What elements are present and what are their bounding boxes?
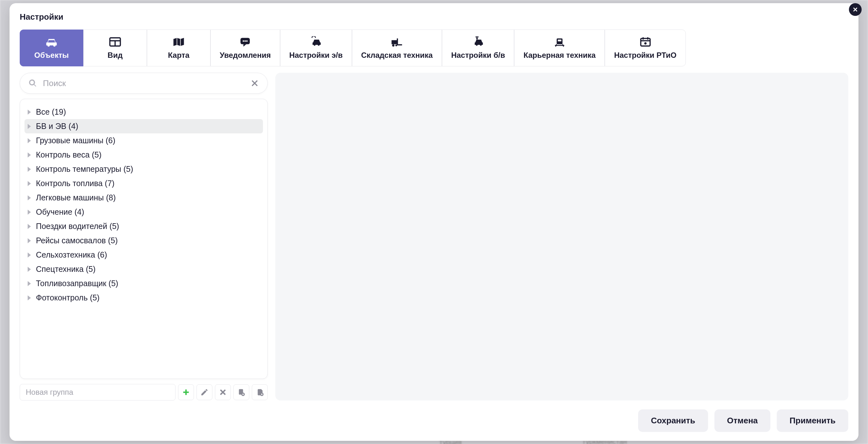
settings-modal: Настройки Объекты Вид Карта Уведомления <box>9 3 859 441</box>
svg-rect-24 <box>641 38 650 46</box>
tree-item-label: Фотоконтроль (5) <box>36 293 99 302</box>
svg-line-22 <box>555 44 557 46</box>
tree-item-label: Обучение (4) <box>36 207 84 216</box>
modal-footer: Сохранить Отмена Применить <box>20 409 848 432</box>
tab-view[interactable]: Вид <box>83 30 147 66</box>
tab-warehouse[interactable]: Складская техника <box>352 30 442 66</box>
tree-item[interactable]: Фотоконтроль (5) <box>25 291 263 305</box>
svg-rect-14 <box>397 38 398 45</box>
svg-point-16 <box>392 44 395 46</box>
group-toolbar <box>20 384 268 401</box>
tab-ev-settings[interactable]: Настройки э/в <box>280 30 352 66</box>
tree-item[interactable]: Легковые машины (8) <box>25 191 263 205</box>
tree-item-label: Рейсы самосвалов (5) <box>36 236 118 245</box>
close-button[interactable] <box>849 3 862 16</box>
tab-label: Складская техника <box>361 51 433 60</box>
clipboard-in-icon <box>237 388 245 396</box>
caret-right-icon <box>28 124 31 129</box>
caret-right-icon <box>28 224 31 229</box>
tree-item[interactable]: Контроль веса (5) <box>25 148 263 162</box>
tree-item-label: Грузовые машины (6) <box>36 136 116 145</box>
copy-in-button[interactable] <box>234 384 249 400</box>
svg-point-17 <box>396 44 397 46</box>
svg-rect-15 <box>398 44 402 45</box>
train-icon <box>553 36 566 48</box>
tree-item[interactable]: Рейсы самосвалов (5) <box>25 233 263 248</box>
tab-label: Карьерная техника <box>523 51 595 60</box>
tabs-bar: Объекты Вид Карта Уведомления Настройки … <box>20 30 848 66</box>
new-group-input[interactable] <box>20 384 176 401</box>
svg-point-28 <box>644 42 646 44</box>
close-icon <box>852 6 859 13</box>
tree-item[interactable]: Топливозаправщик (5) <box>25 276 263 291</box>
tree-item-label: Топливозаправщик (5) <box>36 279 118 288</box>
tab-map[interactable]: Карта <box>147 30 211 66</box>
search-field-wrap <box>20 73 268 94</box>
warning-car-icon <box>471 36 485 48</box>
cancel-button[interactable]: Отмена <box>714 409 771 432</box>
tab-rtio[interactable]: Настройки РТиО <box>605 30 685 66</box>
tree-item-label: Сельхозтехника (6) <box>36 250 107 260</box>
tree-item[interactable]: Контроль топлива (7) <box>25 176 263 191</box>
pencil-icon <box>200 388 209 396</box>
tab-label: Вид <box>107 51 122 60</box>
search-icon <box>28 79 37 88</box>
svg-line-23 <box>562 44 564 46</box>
tree-item[interactable]: Грузовые машины (6) <box>25 133 263 148</box>
ev-car-icon <box>309 36 323 48</box>
tab-objects[interactable]: Объекты <box>20 30 83 66</box>
caret-right-icon <box>28 252 31 258</box>
chat-icon <box>238 36 252 48</box>
x-icon <box>219 388 227 396</box>
caret-right-icon <box>28 238 31 243</box>
tab-label: Карта <box>168 51 189 60</box>
clear-icon[interactable] <box>250 79 259 88</box>
tree-item[interactable]: Обучение (4) <box>25 205 263 219</box>
svg-point-11 <box>245 40 246 42</box>
tree-item[interactable]: Контроль температуры (5) <box>25 162 263 176</box>
modal-body: Все (19) БВ и ЭВ (4) Грузовые машины (6)… <box>20 73 848 401</box>
tree-item-label: Легковые машины (8) <box>36 193 116 202</box>
tab-bv-settings[interactable]: Настройки б/в <box>442 30 515 66</box>
tree-item[interactable]: Сельхозтехника (6) <box>25 248 263 262</box>
forklift-icon <box>390 36 404 48</box>
caret-right-icon <box>28 181 31 186</box>
svg-point-10 <box>243 40 245 42</box>
svg-point-3 <box>54 44 55 46</box>
tab-quarry[interactable]: Карьерная техника <box>514 30 605 66</box>
content-area <box>275 73 848 401</box>
caret-right-icon <box>28 110 31 115</box>
add-group-button[interactable] <box>178 384 194 400</box>
search-input[interactable] <box>43 78 250 88</box>
caret-right-icon <box>28 210 31 215</box>
copy-out-button[interactable] <box>252 384 268 400</box>
tab-label: Уведомления <box>220 51 271 60</box>
svg-point-12 <box>246 40 248 42</box>
save-button[interactable]: Сохранить <box>638 409 708 432</box>
tree-panel: Все (19) БВ и ЭВ (4) Грузовые машины (6)… <box>20 99 268 379</box>
tree-item-label: Все (19) <box>36 107 66 116</box>
left-panel: Все (19) БВ и ЭВ (4) Грузовые машины (6)… <box>20 73 268 401</box>
edit-group-button[interactable] <box>196 384 212 400</box>
svg-rect-13 <box>392 40 397 44</box>
tab-label: Настройки э/в <box>289 51 343 60</box>
plus-icon <box>182 388 190 396</box>
caret-right-icon <box>28 267 31 272</box>
caret-right-icon <box>28 281 31 286</box>
tree-item[interactable]: Все (19) <box>25 105 263 119</box>
svg-point-2 <box>48 44 50 46</box>
tree-item-label: Спецтехника (5) <box>36 265 96 274</box>
grid-icon <box>108 36 122 48</box>
caret-right-icon <box>28 167 31 172</box>
tree-item[interactable]: БВ и ЭВ (4) <box>25 119 263 133</box>
delete-group-button[interactable] <box>215 384 231 400</box>
tab-label: Настройки РТиО <box>614 51 676 60</box>
apply-button[interactable]: Применить <box>777 409 848 432</box>
tab-label: Объекты <box>34 51 69 60</box>
tree-item-label: Поездки водителей (5) <box>36 222 119 231</box>
tree-item[interactable]: Спецтехника (5) <box>25 262 263 276</box>
calendar-icon <box>639 36 652 48</box>
tab-notifications[interactable]: Уведомления <box>211 30 280 66</box>
caret-right-icon <box>28 152 31 158</box>
tree-item[interactable]: Поездки водителей (5) <box>25 219 263 233</box>
